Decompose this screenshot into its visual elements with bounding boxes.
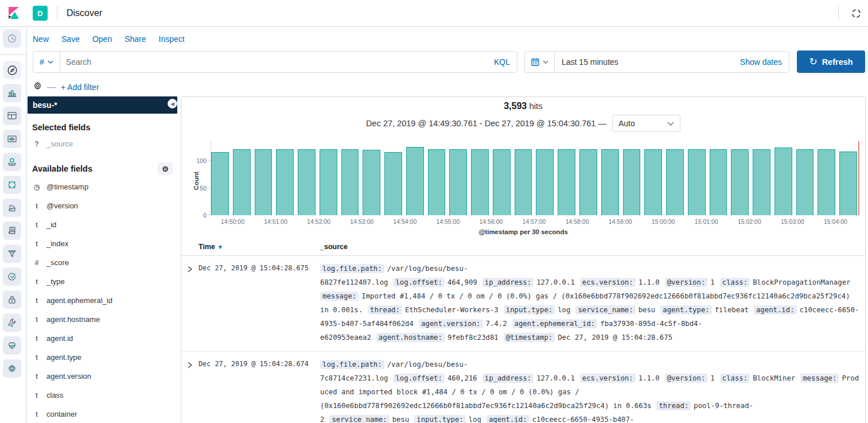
sidebar-item-uptime[interactable] — [0, 265, 27, 288]
open-link[interactable]: Open — [92, 34, 112, 44]
histogram-chart[interactable]: Count 050100 14:50:0014:51:0014:52:0014:… — [211, 139, 859, 215]
show-dates-link[interactable]: Show dates — [740, 57, 789, 67]
histogram-bar-14:53:30[interactable] — [384, 152, 402, 215]
expand-row-button[interactable] — [181, 262, 198, 344]
histogram-bar-14:54:30[interactable] — [428, 149, 446, 215]
field-item-agent.hostname[interactable]: tagent.hostname — [32, 310, 173, 329]
histogram-bar-14:51:30[interactable] — [298, 149, 316, 215]
time-range-value[interactable]: Last 15 minutes — [555, 57, 618, 67]
table-row: Dec 27, 2019 @ 15:04:28.675log.file.path… — [181, 256, 865, 352]
inspect-link[interactable]: Inspect — [159, 34, 185, 44]
field-item-agent.type[interactable]: tagent.type — [32, 348, 173, 367]
hits-row: 3,593 hits — [181, 97, 865, 111]
histogram-bar-14:58:30[interactable] — [601, 149, 619, 215]
new-link[interactable]: New — [33, 34, 49, 44]
sidebar-item-maps[interactable] — [0, 150, 27, 173]
kql-label[interactable]: KQL — [494, 57, 517, 67]
field-item-@version[interactable]: t@version — [32, 196, 173, 215]
field-item-_id[interactable]: t_id — [32, 215, 173, 234]
histogram-bar-14:57:00[interactable] — [536, 149, 554, 215]
histogram-bar-14:55:00[interactable] — [449, 149, 467, 215]
histogram-bar-14:53:00[interactable] — [363, 150, 380, 215]
histogram-bar-14:52:30[interactable] — [341, 149, 359, 215]
field-name: container — [46, 410, 77, 418]
field-item-_type[interactable]: t_type — [32, 272, 173, 291]
expand-row-button[interactable] — [181, 358, 198, 423]
histogram-bar-14:56:00[interactable] — [493, 149, 511, 215]
canvas-icon — [7, 134, 17, 144]
time-range-text: Dec 27, 2019 @ 14:49:30.761 - Dec 27, 20… — [366, 119, 606, 128]
histogram-bar-15:02:30[interactable] — [774, 148, 792, 215]
histogram-bar-14:50:30[interactable] — [255, 149, 273, 215]
histogram-bar-14:52:00[interactable] — [320, 149, 337, 215]
field-item-class[interactable]: tclass — [32, 386, 173, 405]
histogram-bar-15:02:00[interactable] — [753, 149, 770, 215]
histogram-bar-14:56:30[interactable] — [515, 149, 532, 215]
cloud-server-icon — [7, 203, 17, 213]
histogram-bar-15:03:30[interactable] — [818, 149, 835, 215]
histogram-bar-14:57:30[interactable] — [558, 149, 575, 215]
filter-bar: — + Add filter — [27, 73, 868, 93]
histogram-bar-14:51:00[interactable] — [276, 149, 294, 215]
time-column-header[interactable]: Time ▼ — [198, 243, 320, 251]
field-name: @version — [46, 201, 78, 210]
field-item-agent.ephemeral_id[interactable]: tagent.ephemeral_id — [32, 291, 173, 310]
interval-select[interactable]: Auto — [612, 115, 680, 132]
help-icon[interactable] — [851, 9, 861, 18]
sidebar-item-logs[interactable] — [0, 219, 27, 242]
table-rows: Dec 27, 2019 @ 15:04:28.675log.file.path… — [181, 256, 865, 423]
selected-field-_source[interactable]: ?_source — [32, 134, 173, 153]
histogram-bar-15:03:00[interactable] — [796, 149, 814, 215]
field-item-@timestamp[interactable]: ◷@timestamp — [32, 177, 173, 196]
sidebar-item-metrics[interactable] — [0, 196, 27, 219]
field-type-icon: t — [33, 335, 41, 343]
histogram-bar-14:49:30[interactable] — [211, 152, 229, 215]
search-input[interactable] — [60, 57, 494, 67]
field-item-agent.id[interactable]: tagent.id — [32, 329, 173, 348]
histogram-bar-15:04:00[interactable] — [839, 152, 857, 215]
recently-viewed-button[interactable] — [0, 27, 27, 50]
filter-settings-button[interactable] — [33, 81, 42, 93]
histogram-bar-15:00:00[interactable] — [666, 149, 684, 215]
field-item-_score[interactable]: #_score — [32, 253, 173, 272]
sidebar-item-visualize[interactable] — [0, 82, 27, 104]
index-pattern-select[interactable]: besu-* — [28, 96, 177, 114]
share-link[interactable]: Share — [124, 34, 146, 44]
filter-type-select[interactable]: # — [33, 52, 60, 72]
sidebar-item-siem[interactable] — [0, 288, 27, 311]
kibana-logo[interactable] — [0, 6, 27, 20]
histogram-bar-15:01:30[interactable] — [731, 149, 749, 215]
calendar-button[interactable] — [525, 52, 555, 72]
histogram-bar-14:59:00[interactable] — [623, 149, 641, 215]
sidebar-item-dashboard[interactable] — [0, 104, 27, 127]
sidebar-item-management[interactable] — [0, 357, 27, 380]
chevron-down-icon — [667, 122, 674, 126]
histogram-bar-15:00:30[interactable] — [688, 149, 706, 215]
histogram-bar-14:59:30[interactable] — [644, 149, 662, 215]
refresh-button[interactable]: ↻ Refresh — [797, 51, 865, 73]
histogram-bar-14:58:00[interactable] — [579, 149, 597, 215]
sidebar-item-monitoring[interactable] — [0, 334, 27, 357]
field-name: _id — [46, 220, 56, 229]
uptime-check-icon — [7, 271, 17, 282]
source-field-value: 1.1.0 — [639, 278, 660, 286]
sidebar-item-machine-learning[interactable] — [0, 173, 27, 196]
collapse-sidebar-button[interactable]: ◀ — [168, 99, 177, 108]
field-item-container[interactable]: tcontainer — [32, 405, 173, 423]
add-filter-link[interactable]: + Add filter — [61, 83, 99, 92]
sidebar-item-discover[interactable] — [0, 59, 27, 82]
source-field-value: BlockMiner — [753, 374, 795, 382]
histogram-bar-15:01:00[interactable] — [710, 149, 727, 215]
sidebar-item-apm[interactable] — [0, 242, 27, 265]
field-settings-button[interactable]: ⚙ — [158, 162, 173, 175]
save-link[interactable]: Save — [61, 34, 80, 44]
histogram-bar-14:50:00[interactable] — [233, 149, 251, 215]
y-tick-50: 50 — [200, 185, 211, 192]
calendar-icon — [531, 57, 540, 67]
sidebar-item-dev-tools[interactable] — [0, 311, 27, 334]
histogram-bar-14:55:30[interactable] — [471, 149, 489, 215]
histogram-bar-14:54:00[interactable] — [406, 147, 424, 215]
field-item-_index[interactable]: t_index — [32, 234, 173, 253]
sidebar-item-canvas[interactable] — [0, 127, 27, 150]
field-item-agent.version[interactable]: tagent.version — [32, 367, 173, 386]
